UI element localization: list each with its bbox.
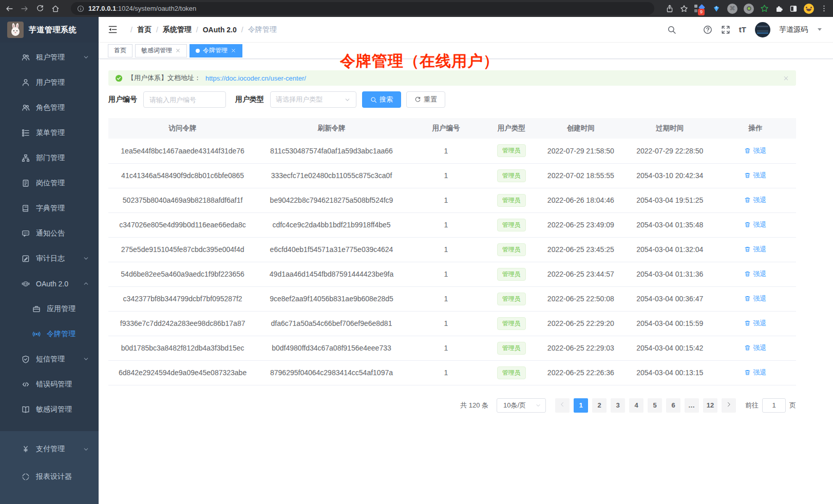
force-logout-button[interactable]: 强退 <box>744 196 766 205</box>
breadcrumb-item[interactable]: OAuth 2.0 <box>192 26 237 34</box>
sidebar-item[interactable]: 应用管理 <box>0 296 99 321</box>
force-logout-button[interactable]: 强退 <box>744 294 766 303</box>
sidebar-item-label: 通知公告 <box>36 229 65 238</box>
gem-icon[interactable] <box>712 4 721 13</box>
page-tab[interactable]: 首页 <box>108 44 132 57</box>
sidebar-item[interactable]: 敏感词管理 <box>0 397 99 422</box>
command-circle-icon[interactable]: ⌘ <box>727 4 737 14</box>
collapse-sidebar-icon[interactable] <box>108 25 118 34</box>
alert-close-icon[interactable] <box>783 75 789 82</box>
page-button[interactable]: … <box>685 398 699 413</box>
table-row: 54d6be82ee5a460a9aedc1f9bf223656 49d1aa4… <box>108 262 796 286</box>
close-icon[interactable] <box>231 48 236 53</box>
search-button[interactable]: 搜索 <box>362 91 401 108</box>
share-icon[interactable] <box>666 5 674 13</box>
trash-icon <box>744 147 751 154</box>
sidebar-item[interactable]: OAuth 2.0 <box>0 271 99 296</box>
user-name[interactable]: 芋道源码 <box>779 25 808 34</box>
sidebar-item[interactable]: 菜单管理 <box>0 120 99 145</box>
cell-expire-time: 2054-03-10 20:42:34 <box>625 163 715 188</box>
force-logout-button[interactable]: 强退 <box>744 146 766 156</box>
star-icon[interactable] <box>680 5 688 13</box>
header-actions: tT 芋道源码 <box>667 22 822 37</box>
page-button[interactable]: 1 <box>574 398 588 413</box>
home-icon[interactable] <box>51 5 60 13</box>
breadcrumb-item[interactable]: 令牌管理 <box>237 25 277 34</box>
sidebar-item[interactable]: 角色管理 <box>0 95 99 120</box>
page-button[interactable]: 3 <box>611 398 625 413</box>
refresh-icon <box>414 96 421 103</box>
page-tab[interactable]: 敏感词管理 <box>135 44 187 57</box>
page-button[interactable]: 12 <box>703 398 717 413</box>
fullscreen-icon[interactable] <box>721 25 730 34</box>
back-icon[interactable] <box>5 5 13 13</box>
app-logo-row[interactable]: 芋道管理系统 <box>0 17 99 43</box>
emoji-avatar-icon[interactable] <box>804 4 814 14</box>
sidebar-item[interactable]: 令牌管理 <box>0 321 99 346</box>
sidebar-item-icon <box>22 405 30 414</box>
force-logout-button[interactable]: 强退 <box>744 319 766 328</box>
trash-icon <box>744 369 751 376</box>
reading-list-icon[interactable] <box>789 5 798 13</box>
breadcrumb-item[interactable]: 首页 <box>126 25 152 34</box>
page-button[interactable]: 6 <box>666 398 680 413</box>
user-avatar[interactable] <box>755 22 770 37</box>
breadcrumb-item[interactable]: 系统管理 <box>152 25 192 34</box>
sidebar-item[interactable]: 租户管理 <box>0 45 99 70</box>
force-logout-button[interactable]: 强退 <box>744 220 766 229</box>
page-button[interactable]: 2 <box>592 398 607 413</box>
font-size-icon[interactable]: tT <box>739 25 746 34</box>
puzzle-icon[interactable] <box>775 5 783 13</box>
force-logout-button[interactable]: 强退 <box>744 343 766 353</box>
doc-link[interactable]: https://doc.iocoder.cn/user-center/ <box>205 74 306 82</box>
reload-icon[interactable] <box>36 5 44 13</box>
address-bar[interactable]: 127.0.0.1:1024/system/oauth2/token <box>71 2 654 15</box>
extension-badged-icon[interactable]: 9 <box>694 4 706 14</box>
force-logout-button[interactable]: 强退 <box>744 368 766 377</box>
table-header-cell: 访问令牌 <box>108 118 257 139</box>
record-circle-icon[interactable] <box>744 4 754 14</box>
alert-text: 【用户体系】文档地址： <box>127 73 201 83</box>
sidebar-item[interactable]: 通知公告 <box>0 221 99 246</box>
prev-page-button[interactable] <box>555 398 570 413</box>
user-type-badge: 管理员 <box>497 194 526 207</box>
page-button[interactable]: 5 <box>648 398 662 413</box>
info-icon[interactable] <box>77 5 84 12</box>
cell-access-token: 6d842e2924594de9a09e45e087323abe <box>108 360 257 385</box>
search-icon[interactable] <box>667 25 676 34</box>
sidebar-item[interactable]: 报表设计器 <box>0 463 99 491</box>
sidebar-item[interactable]: 岗位管理 <box>0 170 99 196</box>
sidebar-item-label: 报表设计器 <box>36 472 72 481</box>
help-icon[interactable] <box>703 25 712 34</box>
reset-button[interactable]: 重置 <box>406 91 445 108</box>
close-icon[interactable] <box>175 48 181 53</box>
chevron-down-icon <box>344 96 351 103</box>
sidebar-item[interactable]: 审计日志 <box>0 246 99 271</box>
cell-expire-time: 2054-03-04 00:15:59 <box>625 311 715 336</box>
page-size-select[interactable]: 10条/页 <box>497 398 546 413</box>
forward-icon[interactable] <box>21 5 29 13</box>
cell-expire-time: 2054-03-04 01:35:48 <box>625 212 715 237</box>
token-table: 访问令牌刷新令牌用户编号用户类型创建时间过期时间操作 1ea5e44f8bc14… <box>108 118 796 385</box>
force-logout-button[interactable]: 强退 <box>744 171 766 180</box>
sidebar-item[interactable]: 字典管理 <box>0 196 99 221</box>
page-tab[interactable]: 令牌管理 <box>190 44 242 57</box>
sidebar-item[interactable]: 错误码管理 <box>0 372 99 397</box>
force-logout-button[interactable]: 强退 <box>744 245 766 254</box>
cell-user-id: 1 <box>406 212 486 237</box>
sidebar-item[interactable]: 用户管理 <box>0 70 99 95</box>
chevron-down-icon[interactable] <box>818 28 822 31</box>
user-id-input[interactable] <box>143 91 226 108</box>
sidebar-item[interactable]: 短信管理 <box>0 346 99 372</box>
next-page-button[interactable] <box>722 398 736 413</box>
github-icon[interactable] <box>685 25 694 34</box>
green-star-icon[interactable] <box>760 4 769 13</box>
user-type-select[interactable]: 请选择用户类型 <box>270 91 356 108</box>
sidebar-item[interactable]: 部门管理 <box>0 145 99 170</box>
force-logout-button[interactable]: 强退 <box>744 269 766 279</box>
goto-page-input[interactable] <box>762 398 786 413</box>
page-button[interactable]: 4 <box>629 398 643 413</box>
menu-dots-icon[interactable] <box>820 5 828 12</box>
breadcrumb: 首页 系统管理 OAuth 2.0 令牌管理 <box>126 25 277 34</box>
sidebar-item[interactable]: 支付管理 <box>0 435 99 463</box>
